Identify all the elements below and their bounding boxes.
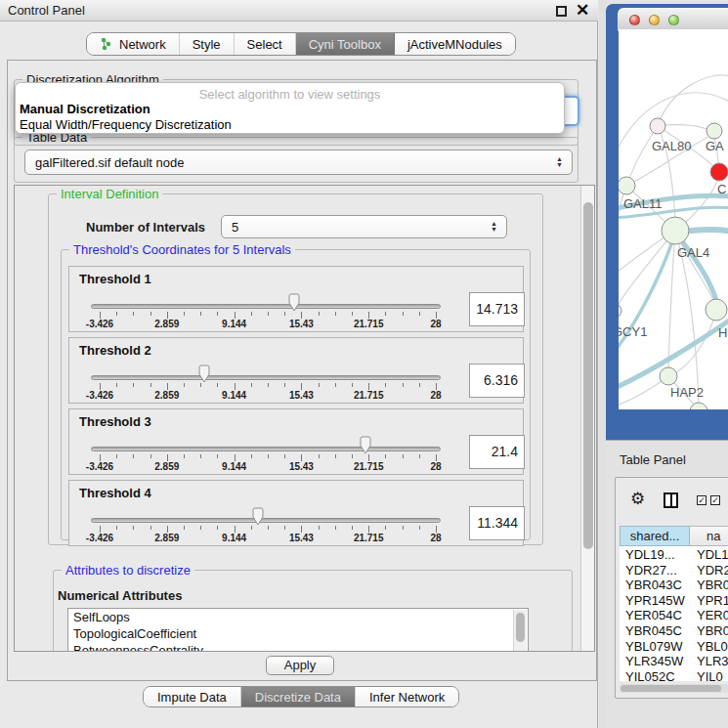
network-node[interactable] (662, 217, 689, 244)
slider-tick (235, 383, 236, 390)
node-label: H (718, 325, 727, 340)
slider-tick (184, 312, 185, 316)
column-header-2[interactable]: na (690, 526, 728, 546)
slider-thumb[interactable] (358, 436, 373, 455)
threshold-value-field[interactable]: 11.344 (469, 506, 525, 540)
apply-button[interactable]: Apply (266, 656, 334, 675)
table-data-combobox[interactable]: galFiltered.sif default node ▲▼ (24, 150, 573, 175)
attributes-scrollbar-thumb[interactable] (516, 613, 525, 642)
tab-jactivemnodules[interactable]: jActiveMNodules (395, 33, 515, 55)
tab-label: Select (247, 37, 282, 52)
tab-select[interactable]: Select (235, 33, 296, 55)
slider-tick (217, 383, 218, 387)
network-node[interactable] (707, 123, 722, 139)
table-row[interactable]: YDL19...YDL1 (620, 547, 728, 563)
network-node[interactable] (710, 163, 728, 181)
table-row[interactable]: YBR045CYBR0 (620, 623, 728, 639)
attribute-item[interactable]: TopologicalCoefficient (68, 625, 528, 642)
slider-tick (436, 312, 437, 319)
slider-tick (284, 454, 285, 458)
numerical-attributes-list[interactable]: SelfLoopsTopologicalCoefficientBetweenne… (67, 608, 529, 652)
slider-tick (150, 454, 151, 458)
slider-tick (251, 383, 252, 387)
minimize-traffic-light[interactable] (649, 15, 660, 25)
column-header-1[interactable]: shared... (620, 526, 690, 546)
slider-track[interactable] (91, 304, 441, 309)
slider-thumb[interactable] (250, 507, 266, 527)
slider-tick (335, 312, 336, 316)
close-icon[interactable]: ✕ (576, 0, 589, 21)
slider-tick (167, 454, 168, 461)
tab-infer-network[interactable]: Infer Network (356, 687, 458, 707)
network-canvas[interactable]: GAL80GACGAL11GAL4GCY1HHAP2 (619, 29, 728, 409)
network-node[interactable] (619, 177, 635, 194)
table-row[interactable]: YBR043CYBR0 (620, 578, 728, 593)
close-traffic-light[interactable] (629, 15, 640, 25)
zoom-traffic-light[interactable] (668, 15, 679, 25)
attribute-item[interactable]: SelfLoops (68, 609, 528, 625)
slider-tick (385, 383, 386, 387)
tab-network[interactable]: Network (87, 33, 180, 55)
table-scrollbar-thumb[interactable] (621, 685, 721, 692)
threshold-value-field[interactable]: 14.713 (469, 292, 525, 326)
slider-tick-label: 28 (407, 319, 465, 329)
number-of-intervals-label: Number of Intervals (86, 220, 205, 235)
network-window: GAL80GACGAL11GAL4GCY1HHAP2 (606, 4, 728, 440)
slider-tick-label: 9.144 (205, 390, 264, 401)
slider-tick (352, 383, 353, 387)
table-row[interactable]: YER054CYER0 (620, 608, 728, 623)
tab-cyni-toolbox[interactable]: Cyni Toolbox (296, 33, 395, 55)
network-graph[interactable]: GAL80GACGAL11GAL4GCY1HHAP2 (619, 29, 728, 409)
threshold-label: Threshold 3 (79, 414, 151, 429)
node-label: GAL11 (623, 196, 663, 211)
algorithm-placeholder: Select algorithm to view settings (16, 87, 564, 102)
slider-track[interactable] (91, 375, 441, 380)
cell-name: YDL1 (697, 547, 728, 562)
tab-style[interactable]: Style (180, 33, 235, 55)
settings-vertical-scrollbar[interactable] (580, 186, 595, 651)
slider-track[interactable] (91, 518, 441, 523)
slider-thumb[interactable] (286, 293, 302, 313)
slider-tick (385, 312, 386, 316)
cell-shared-name: YDL19... (625, 547, 675, 562)
attribute-items: SelfLoopsTopologicalCoefficientBetweenne… (68, 609, 528, 652)
settings-scrollbar-thumb[interactable] (583, 202, 593, 549)
checkbox-icon[interactable]: ✓ (710, 495, 720, 505)
network-node[interactable] (650, 118, 665, 134)
slider-track[interactable] (91, 447, 441, 451)
network-node[interactable] (706, 299, 727, 321)
slider-tick (133, 526, 134, 530)
table-row[interactable]: YLR345WYLR3 (620, 654, 728, 669)
algorithm-option[interactable]: Manual Discretization (20, 102, 150, 116)
number-of-intervals-combobox[interactable]: 5 ▲▼ (221, 215, 507, 238)
tab-impute-data[interactable]: Impute Data (144, 687, 241, 707)
algorithm-option[interactable]: Equal Width/Frequency Discretization (20, 117, 232, 132)
network-window-titlebar[interactable] (618, 8, 728, 31)
network-node[interactable] (660, 367, 677, 385)
split-columns-icon[interactable] (664, 492, 678, 508)
gear-icon[interactable]: ⚙ (630, 491, 645, 507)
slider-tick (385, 526, 386, 530)
slider-tick (268, 383, 269, 387)
slider-tick (150, 383, 151, 387)
network-node[interactable] (619, 304, 621, 318)
table-row[interactable]: YPR145WYPR1 (620, 593, 728, 609)
interval-definition-group: Interval Definition Number of Intervals … (48, 193, 543, 545)
tab-discretize-data[interactable]: Discretize Data (241, 687, 356, 707)
table-row[interactable]: YBL079WYBL0 (620, 639, 728, 655)
slider-thumb[interactable] (196, 364, 212, 384)
attribute-item[interactable]: BetweennessCentrality (68, 642, 528, 652)
table-row[interactable]: YIL052CYIL0 (620, 669, 728, 681)
threshold-value-field[interactable]: 21.4 (469, 435, 525, 469)
threshold-value-field[interactable]: 6.316 (469, 364, 525, 398)
slider-tick (150, 312, 151, 316)
float-window-icon[interactable] (556, 6, 567, 17)
checkbox-icon[interactable]: ✓ (697, 495, 707, 505)
slider-tick-label: 21.715 (339, 461, 398, 472)
slider-tick (217, 312, 218, 316)
table-horizontal-scrollbar[interactable] (620, 684, 728, 693)
split-pane-divider[interactable] (599, 0, 606, 728)
slider-tick (301, 526, 302, 533)
attributes-scrollbar[interactable] (513, 610, 527, 652)
table-row[interactable]: YDR27...YDR2 (620, 563, 728, 578)
